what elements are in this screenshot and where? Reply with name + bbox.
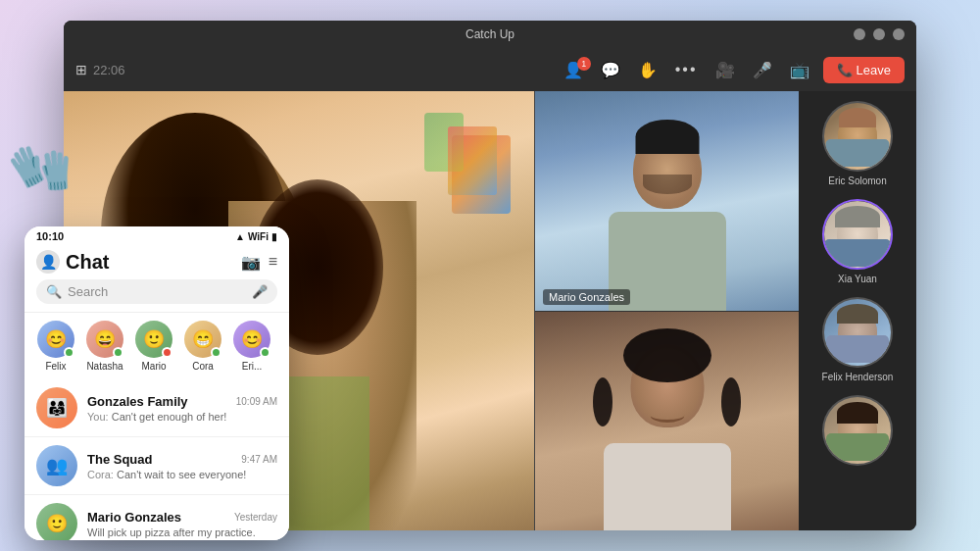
woman-body — [604, 443, 731, 530]
contact-cora[interactable]: 😁 Cora — [183, 321, 222, 372]
minimize-button[interactable] — [854, 28, 865, 40]
chat-item-gonzales[interactable]: 👨‍👩‍👧 Gonzales Family 10:09 AM You: Can'… — [24, 379, 289, 437]
status-dot-mario — [162, 347, 172, 358]
window-title: Catch Up — [466, 27, 514, 41]
contact-name-mario: Mario — [141, 361, 166, 372]
search-bar[interactable]: 🔍 Search 🎤 — [36, 279, 277, 304]
mario-hair — [635, 120, 699, 154]
chat-avatar-gonzales: 👨‍👩‍👧 — [36, 387, 77, 428]
xia-name-label: Xia Yuan — [838, 274, 877, 285]
chat-icon[interactable]: 💬 — [597, 57, 624, 83]
chat-time-mario: Yesterday — [234, 512, 277, 523]
leave-label: Leave — [857, 63, 891, 77]
signal-icon: ▲ — [235, 231, 245, 242]
mario-name-label: Mario Gonzales — [543, 289, 630, 305]
chat-info-squad: The Squad 9:47 AM Cora: Can't wait to se… — [87, 452, 277, 480]
chat-info-gonzales: Gonzales Family 10:09 AM You: Can't get … — [87, 394, 277, 423]
avatar-eric — [822, 101, 893, 172]
search-placeholder: Search — [68, 284, 246, 299]
contact-eri[interactable]: 😊 Eri... — [232, 321, 271, 372]
sidebar-participant-xia[interactable]: Xia Yuan — [822, 199, 893, 285]
mario-beard — [643, 175, 692, 194]
title-bar: Catch Up — [64, 21, 916, 48]
woman-hair — [623, 328, 711, 382]
hand-raise-icon[interactable]: ✋ — [634, 57, 662, 83]
photo-more — [824, 397, 891, 464]
chat-header-icons: 📷 ≡ — [241, 253, 277, 272]
screen-share-icon[interactable]: 📺 — [786, 57, 813, 83]
woman-hair-right — [721, 377, 741, 426]
search-icon: 🔍 — [46, 284, 62, 299]
chat-preview-gonzales: You: Can't get enough of her! — [87, 411, 277, 423]
more-options-icon[interactable]: ••• — [671, 57, 702, 82]
status-dot-natasha — [113, 347, 123, 358]
app-wrapper: 🧤 10:10 ▲ WiFi ▮ 👤 Chat 📷 ≡ — [64, 21, 916, 530]
chat-header: 👤 Chat 📷 ≡ 🔍 Search 🎤 — [24, 244, 289, 313]
chat-preview-mario: Will pick up pizza after my practice. — [87, 526, 277, 538]
contact-avatar-eri: 😊 — [233, 321, 270, 358]
contact-avatar-felix: 😊 — [37, 321, 74, 358]
chat-top-squad: The Squad 9:47 AM — [87, 452, 277, 467]
mic-icon[interactable]: 🎤 — [749, 57, 776, 83]
chat-time-squad: 9:47 AM — [241, 454, 277, 465]
phone-status-icons: ▲ WiFi ▮ — [235, 231, 277, 242]
preview-sender-squad: Cora: — [87, 469, 117, 480]
contact-name-eri: Eri... — [242, 361, 263, 372]
grid-view-icon[interactable]: ⊞ — [75, 62, 87, 77]
battery-icon: ▮ — [271, 231, 277, 242]
contact-name-natasha: Natasha — [86, 361, 122, 372]
sidebar-participant-felix[interactable]: Felix Henderson — [822, 297, 894, 383]
chat-item-squad[interactable]: 👥 The Squad 9:47 AM Cora: Can't wait to … — [24, 437, 289, 495]
contact-mario[interactable]: 🙂 Mario — [134, 321, 173, 372]
leave-button[interactable]: 📞 Leave — [823, 57, 905, 83]
chat-top-gonzales: Gonzales Family 10:09 AM — [87, 394, 277, 409]
menu-icon[interactable]: ≡ — [269, 253, 277, 272]
window-controls — [854, 28, 905, 40]
camera-icon[interactable]: 📷 — [241, 253, 261, 272]
notification-badge: 1 — [577, 57, 591, 71]
photo-felix — [824, 299, 891, 366]
video-icon[interactable]: 🎥 — [711, 57, 739, 83]
chat-item-mario[interactable]: 🙂 Mario Gonzales Yesterday Will pick up … — [24, 495, 289, 540]
chat-name-gonzales: Gonzales Family — [87, 394, 188, 409]
maximize-button[interactable] — [873, 28, 885, 40]
contact-avatar-mario: 🙂 — [135, 321, 172, 358]
contact-avatar-cora: 😁 — [184, 321, 221, 358]
avatar-felix — [822, 297, 893, 368]
felix-name-label: Felix Henderson — [822, 372, 894, 383]
art-piece-1 — [448, 126, 497, 195]
video-right-grid: Mario Gonzales — [534, 91, 799, 530]
status-dot-felix — [64, 347, 74, 358]
close-button[interactable] — [893, 28, 905, 40]
preview-sender-gonzales: You: — [87, 411, 112, 423]
chat-time-gonzales: 10:09 AM — [236, 396, 277, 407]
woman-smile — [650, 408, 684, 423]
video-cell-mario: Mario Gonzales — [535, 91, 799, 312]
contact-felix[interactable]: 😊 Felix — [36, 321, 75, 372]
chat-title: Chat — [66, 251, 109, 274]
phone-status-bar: 10:10 ▲ WiFi ▮ — [24, 226, 289, 244]
contact-name-cora: Cora — [192, 361, 214, 372]
chat-name-mario: Mario Gonzales — [87, 510, 181, 525]
meeting-time: 22:06 — [93, 63, 125, 77]
sidebar-participant-eric[interactable]: Eric Solomon — [822, 101, 893, 187]
phone-icon: 📞 — [837, 63, 853, 77]
chat-top-mario: Mario Gonzales Yesterday — [87, 510, 277, 525]
chat-title-row: 👤 Chat 📷 ≡ — [36, 250, 277, 274]
contact-avatar-natasha: 😄 — [86, 321, 123, 358]
phone-time: 10:10 — [36, 230, 64, 242]
video-cell-woman — [535, 312, 799, 531]
eric-name-label: Eric Solomon — [828, 175, 886, 187]
toolbar-left: ⊞ 22:06 — [75, 62, 125, 77]
mic-icon: 🎤 — [252, 284, 268, 299]
phone-overlay: 10:10 ▲ WiFi ▮ 👤 Chat 📷 ≡ 🔍 — [24, 226, 289, 540]
status-dot-cora — [211, 347, 221, 358]
chat-avatar-squad: 👥 — [36, 445, 77, 486]
chat-list: 👨‍👩‍👧 Gonzales Family 10:09 AM You: Can'… — [24, 379, 289, 540]
toolbar: ⊞ 22:06 👤 1 💬 ✋ ••• 🎥 🎤 📺 📞 Leave — [64, 48, 916, 91]
avatar-xia — [822, 199, 893, 270]
contact-name-felix: Felix — [45, 361, 66, 372]
sidebar-participant-more[interactable] — [822, 395, 893, 466]
contact-natasha[interactable]: 😄 Natasha — [85, 321, 124, 372]
chat-avatar-icon: 👤 — [36, 250, 60, 274]
